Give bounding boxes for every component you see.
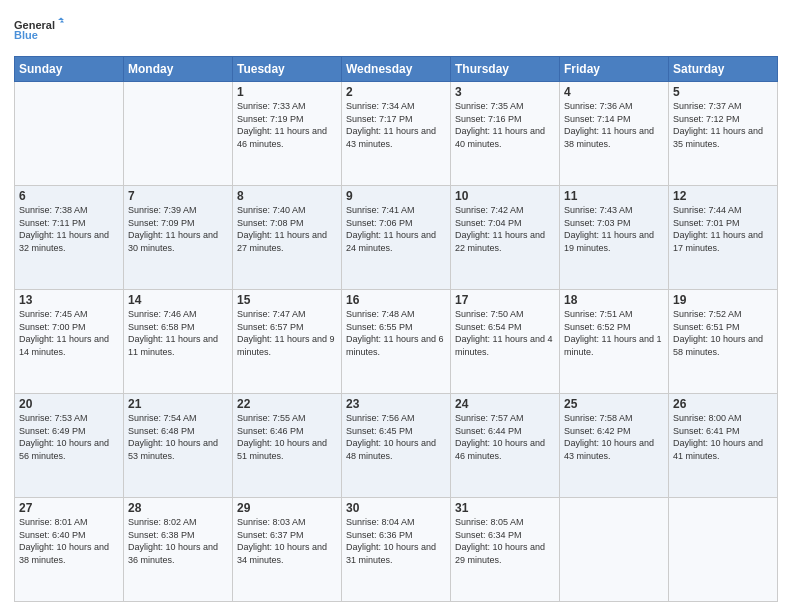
- day-info: Sunrise: 7:34 AMSunset: 7:17 PMDaylight:…: [346, 100, 446, 150]
- day-number: 25: [564, 397, 664, 411]
- day-number: 6: [19, 189, 119, 203]
- day-info: Sunrise: 7:37 AMSunset: 7:12 PMDaylight:…: [673, 100, 773, 150]
- header-row: SundayMondayTuesdayWednesdayThursdayFrid…: [15, 57, 778, 82]
- week-row-4: 20Sunrise: 7:53 AMSunset: 6:49 PMDayligh…: [15, 394, 778, 498]
- day-info: Sunrise: 7:50 AMSunset: 6:54 PMDaylight:…: [455, 308, 555, 358]
- day-cell: [560, 498, 669, 602]
- day-number: 12: [673, 189, 773, 203]
- day-info: Sunrise: 8:03 AMSunset: 6:37 PMDaylight:…: [237, 516, 337, 566]
- day-number: 27: [19, 501, 119, 515]
- day-cell: 31Sunrise: 8:05 AMSunset: 6:34 PMDayligh…: [451, 498, 560, 602]
- day-cell: [15, 82, 124, 186]
- week-row-5: 27Sunrise: 8:01 AMSunset: 6:40 PMDayligh…: [15, 498, 778, 602]
- day-cell: 1Sunrise: 7:33 AMSunset: 7:19 PMDaylight…: [233, 82, 342, 186]
- day-number: 10: [455, 189, 555, 203]
- page: General Blue SundayMondayTuesdayWednesda…: [0, 0, 792, 612]
- day-info: Sunrise: 7:40 AMSunset: 7:08 PMDaylight:…: [237, 204, 337, 254]
- day-cell: 22Sunrise: 7:55 AMSunset: 6:46 PMDayligh…: [233, 394, 342, 498]
- week-row-2: 6Sunrise: 7:38 AMSunset: 7:11 PMDaylight…: [15, 186, 778, 290]
- logo-svg: General Blue: [14, 10, 64, 50]
- calendar-header: SundayMondayTuesdayWednesdayThursdayFrid…: [15, 57, 778, 82]
- day-cell: 30Sunrise: 8:04 AMSunset: 6:36 PMDayligh…: [342, 498, 451, 602]
- day-cell: 6Sunrise: 7:38 AMSunset: 7:11 PMDaylight…: [15, 186, 124, 290]
- day-info: Sunrise: 8:05 AMSunset: 6:34 PMDaylight:…: [455, 516, 555, 566]
- day-cell: 18Sunrise: 7:51 AMSunset: 6:52 PMDayligh…: [560, 290, 669, 394]
- svg-marker-3: [60, 20, 64, 23]
- day-number: 30: [346, 501, 446, 515]
- day-number: 9: [346, 189, 446, 203]
- day-cell: 5Sunrise: 7:37 AMSunset: 7:12 PMDaylight…: [669, 82, 778, 186]
- svg-marker-2: [58, 18, 64, 21]
- day-info: Sunrise: 7:43 AMSunset: 7:03 PMDaylight:…: [564, 204, 664, 254]
- day-cell: 17Sunrise: 7:50 AMSunset: 6:54 PMDayligh…: [451, 290, 560, 394]
- day-number: 26: [673, 397, 773, 411]
- header-sunday: Sunday: [15, 57, 124, 82]
- day-cell: 25Sunrise: 7:58 AMSunset: 6:42 PMDayligh…: [560, 394, 669, 498]
- day-cell: 10Sunrise: 7:42 AMSunset: 7:04 PMDayligh…: [451, 186, 560, 290]
- day-cell: [124, 82, 233, 186]
- day-cell: 13Sunrise: 7:45 AMSunset: 7:00 PMDayligh…: [15, 290, 124, 394]
- header-friday: Friday: [560, 57, 669, 82]
- day-info: Sunrise: 8:02 AMSunset: 6:38 PMDaylight:…: [128, 516, 228, 566]
- day-number: 31: [455, 501, 555, 515]
- day-info: Sunrise: 7:42 AMSunset: 7:04 PMDaylight:…: [455, 204, 555, 254]
- day-info: Sunrise: 7:47 AMSunset: 6:57 PMDaylight:…: [237, 308, 337, 358]
- day-number: 24: [455, 397, 555, 411]
- day-cell: 27Sunrise: 8:01 AMSunset: 6:40 PMDayligh…: [15, 498, 124, 602]
- header: General Blue: [14, 10, 778, 50]
- day-number: 19: [673, 293, 773, 307]
- day-number: 29: [237, 501, 337, 515]
- day-cell: 16Sunrise: 7:48 AMSunset: 6:55 PMDayligh…: [342, 290, 451, 394]
- day-cell: 14Sunrise: 7:46 AMSunset: 6:58 PMDayligh…: [124, 290, 233, 394]
- calendar-table: SundayMondayTuesdayWednesdayThursdayFrid…: [14, 56, 778, 602]
- day-number: 14: [128, 293, 228, 307]
- day-cell: 2Sunrise: 7:34 AMSunset: 7:17 PMDaylight…: [342, 82, 451, 186]
- day-info: Sunrise: 7:35 AMSunset: 7:16 PMDaylight:…: [455, 100, 555, 150]
- day-cell: 19Sunrise: 7:52 AMSunset: 6:51 PMDayligh…: [669, 290, 778, 394]
- day-cell: 15Sunrise: 7:47 AMSunset: 6:57 PMDayligh…: [233, 290, 342, 394]
- day-cell: 3Sunrise: 7:35 AMSunset: 7:16 PMDaylight…: [451, 82, 560, 186]
- day-info: Sunrise: 7:57 AMSunset: 6:44 PMDaylight:…: [455, 412, 555, 462]
- day-cell: 8Sunrise: 7:40 AMSunset: 7:08 PMDaylight…: [233, 186, 342, 290]
- day-cell: [669, 498, 778, 602]
- day-number: 22: [237, 397, 337, 411]
- day-cell: 29Sunrise: 8:03 AMSunset: 6:37 PMDayligh…: [233, 498, 342, 602]
- day-info: Sunrise: 7:56 AMSunset: 6:45 PMDaylight:…: [346, 412, 446, 462]
- day-cell: 9Sunrise: 7:41 AMSunset: 7:06 PMDaylight…: [342, 186, 451, 290]
- calendar-body: 1Sunrise: 7:33 AMSunset: 7:19 PMDaylight…: [15, 82, 778, 602]
- day-cell: 20Sunrise: 7:53 AMSunset: 6:49 PMDayligh…: [15, 394, 124, 498]
- day-cell: 4Sunrise: 7:36 AMSunset: 7:14 PMDaylight…: [560, 82, 669, 186]
- day-info: Sunrise: 8:01 AMSunset: 6:40 PMDaylight:…: [19, 516, 119, 566]
- day-number: 16: [346, 293, 446, 307]
- day-number: 7: [128, 189, 228, 203]
- day-info: Sunrise: 7:33 AMSunset: 7:19 PMDaylight:…: [237, 100, 337, 150]
- day-info: Sunrise: 7:36 AMSunset: 7:14 PMDaylight:…: [564, 100, 664, 150]
- header-thursday: Thursday: [451, 57, 560, 82]
- day-info: Sunrise: 7:41 AMSunset: 7:06 PMDaylight:…: [346, 204, 446, 254]
- day-info: Sunrise: 7:48 AMSunset: 6:55 PMDaylight:…: [346, 308, 446, 358]
- day-number: 5: [673, 85, 773, 99]
- day-number: 2: [346, 85, 446, 99]
- day-number: 20: [19, 397, 119, 411]
- day-info: Sunrise: 7:58 AMSunset: 6:42 PMDaylight:…: [564, 412, 664, 462]
- day-number: 1: [237, 85, 337, 99]
- day-cell: 23Sunrise: 7:56 AMSunset: 6:45 PMDayligh…: [342, 394, 451, 498]
- day-info: Sunrise: 7:55 AMSunset: 6:46 PMDaylight:…: [237, 412, 337, 462]
- day-number: 11: [564, 189, 664, 203]
- day-info: Sunrise: 8:00 AMSunset: 6:41 PMDaylight:…: [673, 412, 773, 462]
- day-info: Sunrise: 7:46 AMSunset: 6:58 PMDaylight:…: [128, 308, 228, 358]
- day-number: 18: [564, 293, 664, 307]
- day-number: 28: [128, 501, 228, 515]
- day-cell: 21Sunrise: 7:54 AMSunset: 6:48 PMDayligh…: [124, 394, 233, 498]
- day-number: 3: [455, 85, 555, 99]
- day-info: Sunrise: 7:51 AMSunset: 6:52 PMDaylight:…: [564, 308, 664, 358]
- week-row-3: 13Sunrise: 7:45 AMSunset: 7:00 PMDayligh…: [15, 290, 778, 394]
- week-row-1: 1Sunrise: 7:33 AMSunset: 7:19 PMDaylight…: [15, 82, 778, 186]
- day-cell: 24Sunrise: 7:57 AMSunset: 6:44 PMDayligh…: [451, 394, 560, 498]
- day-cell: 28Sunrise: 8:02 AMSunset: 6:38 PMDayligh…: [124, 498, 233, 602]
- day-cell: 11Sunrise: 7:43 AMSunset: 7:03 PMDayligh…: [560, 186, 669, 290]
- day-cell: 7Sunrise: 7:39 AMSunset: 7:09 PMDaylight…: [124, 186, 233, 290]
- day-info: Sunrise: 7:53 AMSunset: 6:49 PMDaylight:…: [19, 412, 119, 462]
- header-monday: Monday: [124, 57, 233, 82]
- day-cell: 12Sunrise: 7:44 AMSunset: 7:01 PMDayligh…: [669, 186, 778, 290]
